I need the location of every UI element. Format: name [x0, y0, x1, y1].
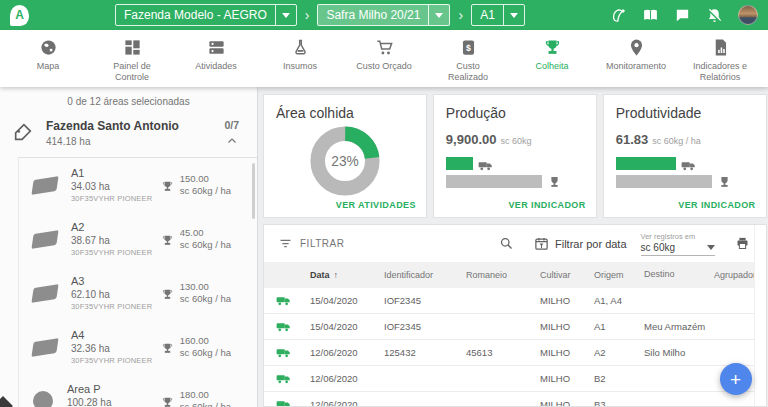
- nav-item-colheita[interactable]: Colheita: [519, 38, 585, 87]
- season-selector[interactable]: Safra Milho 20/21: [317, 4, 450, 26]
- nav-item-indicadores-e-relatorios[interactable]: Indicadores e Relatórios: [687, 38, 753, 87]
- nav-item-atividades[interactable]: Atividades: [183, 38, 249, 87]
- season-selector-caret[interactable]: [428, 5, 449, 25]
- print-button[interactable]: [735, 236, 750, 251]
- column-header-romaneio[interactable]: Romaneio: [466, 270, 540, 280]
- farm-header[interactable]: Fazenda Santo Antonio 414.18 ha 0/7: [0, 115, 257, 157]
- area-goal: 150.00sc 60kg / ha: [161, 173, 231, 198]
- flask-icon: [291, 38, 310, 57]
- main-panel: Área colhida 23% VER ATIVIDADES Produção…: [258, 87, 768, 407]
- farm-selector[interactable]: Fazenda Modelo - AEGRO: [115, 4, 297, 26]
- field-selector[interactable]: A1: [471, 4, 525, 26]
- area-name: Area P: [67, 383, 161, 395]
- table-row[interactable]: 15/04/2020IOF2345MILHOA1, A4: [264, 288, 766, 314]
- unit-select-label: Ver registros em: [641, 232, 715, 241]
- trophy-icon: [161, 341, 174, 354]
- area-item-a1[interactable]: A134.03 ha30F35VYHR PIONEER150.00sc 60kg…: [19, 158, 257, 212]
- add-record-fab[interactable]: +: [720, 363, 752, 395]
- book-icon[interactable]: [642, 7, 659, 24]
- selection-summary: 0 de 12 áreas selecionadas: [0, 87, 257, 115]
- cell-origem: B2: [594, 373, 644, 384]
- truck-icon: [276, 295, 310, 307]
- notifications-off-icon[interactable]: [706, 7, 723, 24]
- table-scrollbar[interactable]: [754, 225, 766, 406]
- truck-icon: [276, 321, 310, 333]
- area-item-a2[interactable]: A238.67 ha30F35VYHR PIONEER45.00sc 60kg …: [19, 212, 257, 266]
- table-row[interactable]: 15/04/2020IOF2345MILHOA1Meu Armazém: [264, 314, 766, 340]
- ver-indicador-link[interactable]: VER INDICADOR: [508, 200, 585, 210]
- table-row[interactable]: 12/06/202012543245613MILHOA2Silo Milho: [264, 340, 766, 366]
- area-goal-value: 180.00sc 60kg / ha: [180, 389, 231, 407]
- area-cultivar: 30F35VYHR PIONEER: [71, 356, 161, 365]
- nav-item-custo-realizado[interactable]: $Custo Realizado: [435, 38, 501, 87]
- area-item-a3[interactable]: A362.10 ha30F35VYHR PIONEER130.00sc 60kg…: [19, 266, 257, 320]
- field-shape-icon: [31, 230, 58, 249]
- area-name: A2: [71, 221, 161, 233]
- area-goal: 160.00sc 60kg / ha: [161, 335, 231, 360]
- area-hectares: 32.36 ha: [71, 343, 161, 354]
- field-shape-icon: [31, 176, 58, 195]
- sort-asc-icon[interactable]: ↑: [334, 270, 339, 280]
- field-shape-icon: [31, 338, 58, 357]
- unit-select[interactable]: Ver registros em sc 60kg: [641, 232, 715, 256]
- farm-area-counter: 0/7: [224, 119, 239, 131]
- chevron-down-icon: [510, 13, 518, 18]
- aegro-logo: A: [10, 5, 29, 26]
- nav-item-label: Monitoramento: [606, 61, 666, 72]
- user-avatar[interactable]: [738, 5, 758, 25]
- area-hectares: 100.28 ha: [67, 397, 161, 407]
- truck-icon: [276, 347, 310, 359]
- field-shape-icon: [33, 391, 53, 407]
- cell-identificador: IOF2345: [384, 295, 466, 306]
- cell-data: 12/06/2020: [310, 347, 384, 358]
- column-header-origem[interactable]: Origem: [594, 270, 644, 280]
- production-progress-bar: [446, 157, 474, 170]
- cell-romaneio: 45613: [466, 347, 540, 358]
- area-hectares: 34.03 ha: [71, 181, 161, 192]
- cell-cultivar: MILHO: [540, 295, 594, 306]
- nav-item-monitoramento[interactable]: Monitoramento: [603, 38, 669, 87]
- field-selector-caret[interactable]: [503, 5, 524, 25]
- cell-cultivar: MILHO: [540, 399, 594, 407]
- area-item-area-p[interactable]: Area P100.28 haDEKALB 345 PRO3180.00sc 6…: [19, 374, 257, 407]
- column-header-identificador[interactable]: Identificador: [384, 270, 466, 280]
- date-filter-button[interactable]: Filtrar por data: [534, 236, 627, 251]
- cell-destino: Silo Milho: [644, 347, 714, 359]
- nav-item-insumos[interactable]: Insumos: [267, 38, 333, 87]
- column-header-destino[interactable]: Destino: [644, 269, 714, 280]
- chat-icon[interactable]: [674, 7, 691, 24]
- truck-icon: [276, 399, 310, 407]
- production-value: 9,900.00: [446, 132, 497, 147]
- nav-item-mapa[interactable]: Mapa: [15, 38, 81, 87]
- nav-item-label: Mapa: [37, 61, 60, 72]
- area-hectares: 38.67 ha: [71, 235, 161, 246]
- cart-icon: [375, 38, 394, 57]
- table-row[interactable]: 12/06/2020MILHOB3: [264, 392, 766, 407]
- trophy-icon: [717, 175, 732, 188]
- nav-item-label: Atividades: [195, 61, 237, 72]
- breadcrumb-separator: ›: [305, 8, 310, 22]
- table-row[interactable]: 12/06/2020MILHOB2: [264, 366, 766, 392]
- nav-item-painel-de-controle[interactable]: Painel de Controle: [99, 38, 165, 87]
- areas-sidebar: 0 de 12 áreas selecionadas Fazenda Santo…: [0, 87, 258, 407]
- ver-atividades-link[interactable]: VER ATIVIDADES: [336, 200, 416, 210]
- nav-item-custo-orcado[interactable]: Custo Orçado: [351, 38, 417, 87]
- productivity-unit: sc 60kg / ha: [652, 136, 701, 146]
- filter-button[interactable]: FILTRAR: [278, 236, 344, 251]
- chevron-up-icon[interactable]: [226, 133, 238, 145]
- nav-item-label: Insumos: [283, 61, 317, 72]
- cell-data: 15/04/2020: [310, 295, 384, 306]
- area-name: A1: [71, 167, 161, 179]
- trophy-icon: [161, 179, 174, 192]
- card-title: Produção: [446, 105, 584, 121]
- column-header-cultivar[interactable]: Cultivar: [540, 270, 594, 280]
- aegro-plus-icon[interactable]: [610, 7, 627, 24]
- productivity-progress-chart: [616, 156, 754, 188]
- ver-indicador-link[interactable]: VER INDICADOR: [678, 200, 755, 210]
- cell-data: 12/06/2020: [310, 399, 384, 407]
- farm-selector-caret[interactable]: [275, 5, 296, 25]
- sidebar-scrollbar[interactable]: [252, 163, 255, 219]
- search-icon[interactable]: [499, 236, 514, 251]
- area-item-a4[interactable]: A432.36 ha30F35VYHR PIONEER160.00sc 60kg…: [19, 320, 257, 374]
- column-header-data[interactable]: Data↑: [310, 270, 384, 280]
